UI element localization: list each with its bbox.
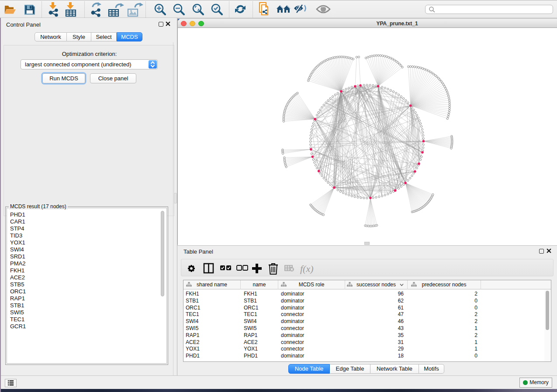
svg-text:f(x): f(x) bbox=[300, 263, 314, 274]
